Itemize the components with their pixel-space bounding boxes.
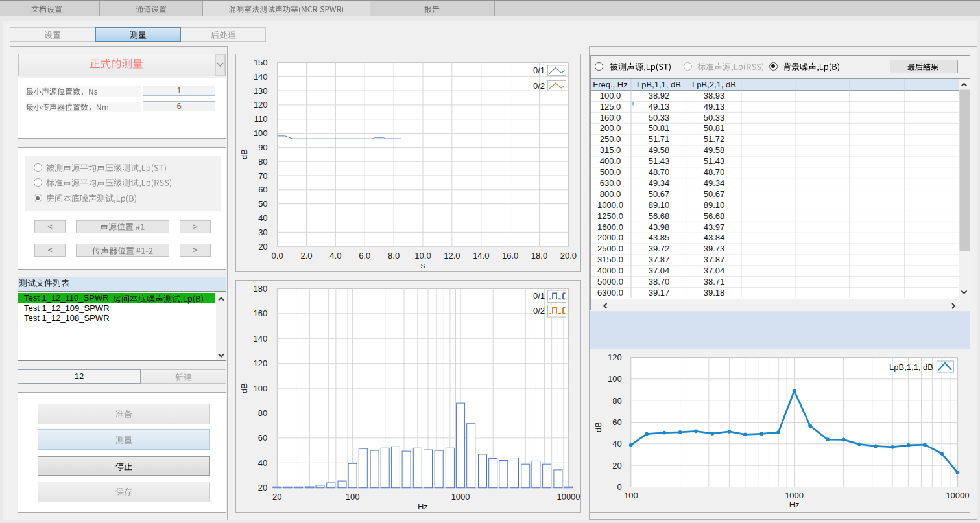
svg-text:0/1: 0/1 bbox=[533, 291, 545, 301]
svg-text:37.04: 37.04 bbox=[704, 266, 725, 275]
svg-text:80: 80 bbox=[612, 396, 621, 406]
svg-text:90: 90 bbox=[258, 143, 267, 152]
svg-text:Freq., Hz: Freq., Hz bbox=[593, 80, 627, 89]
svg-text:140: 140 bbox=[254, 72, 268, 82]
svg-text:630.0: 630.0 bbox=[600, 178, 621, 188]
svg-text:0.0: 0.0 bbox=[272, 251, 283, 261]
svg-text:3150.0: 3150.0 bbox=[597, 255, 623, 264]
svg-text:2500.0: 2500.0 bbox=[597, 244, 623, 253]
svg-text:14.0: 14.0 bbox=[473, 251, 489, 261]
svg-text:110: 110 bbox=[254, 114, 268, 124]
svg-text:1000: 1000 bbox=[451, 492, 470, 502]
svg-text:120: 120 bbox=[608, 353, 622, 362]
svg-text:37.87: 37.87 bbox=[649, 255, 670, 264]
svg-text:51.43: 51.43 bbox=[649, 156, 670, 166]
svg-text:250.0: 250.0 bbox=[600, 134, 621, 144]
svg-text:0: 0 bbox=[617, 482, 622, 492]
svg-text:6.0: 6.0 bbox=[359, 251, 370, 261]
svg-text:60: 60 bbox=[612, 417, 621, 427]
svg-text:1600.0: 1600.0 bbox=[597, 222, 623, 232]
svg-text:51.43: 51.43 bbox=[704, 156, 725, 166]
svg-text:16.0: 16.0 bbox=[502, 251, 518, 261]
svg-text:150: 150 bbox=[254, 58, 268, 67]
svg-text:315.0: 315.0 bbox=[600, 145, 621, 155]
svg-text:2.0: 2.0 bbox=[300, 251, 312, 261]
svg-text:10000: 10000 bbox=[946, 491, 969, 500]
svg-text:43.85: 43.85 bbox=[649, 233, 670, 242]
svg-text:160: 160 bbox=[254, 308, 268, 318]
svg-text:20: 20 bbox=[612, 461, 621, 471]
svg-text:38.92: 38.92 bbox=[649, 91, 670, 100]
svg-text:37.04: 37.04 bbox=[649, 266, 670, 275]
svg-text:dB: dB bbox=[239, 383, 249, 393]
svg-text:50.67: 50.67 bbox=[704, 189, 725, 199]
svg-text:0/2: 0/2 bbox=[533, 81, 545, 91]
svg-text:48.70: 48.70 bbox=[649, 167, 670, 177]
svg-text:1000.0: 1000.0 bbox=[597, 200, 623, 210]
svg-text:100: 100 bbox=[624, 491, 638, 500]
svg-text:50.81: 50.81 bbox=[649, 123, 670, 133]
svg-text:38.93: 38.93 bbox=[704, 91, 725, 100]
svg-text:0/2: 0/2 bbox=[533, 306, 545, 316]
svg-text:dB: dB bbox=[239, 149, 249, 159]
svg-text:49.13: 49.13 bbox=[649, 102, 670, 111]
svg-text:400.0: 400.0 bbox=[600, 156, 621, 166]
svg-text:125.0: 125.0 bbox=[600, 102, 621, 111]
svg-text:500.0: 500.0 bbox=[600, 167, 621, 177]
svg-text:50.33: 50.33 bbox=[704, 113, 725, 122]
svg-text:140: 140 bbox=[254, 334, 268, 343]
svg-text:12.0: 12.0 bbox=[444, 251, 460, 261]
svg-text:50.33: 50.33 bbox=[649, 113, 670, 122]
svg-text:89.10: 89.10 bbox=[704, 200, 725, 210]
svg-text:39.73: 39.73 bbox=[704, 244, 725, 253]
svg-text:56.68: 56.68 bbox=[704, 211, 725, 221]
svg-text:0/1: 0/1 bbox=[533, 65, 545, 75]
svg-text:49.34: 49.34 bbox=[704, 178, 725, 188]
svg-text:60: 60 bbox=[258, 185, 267, 194]
svg-text:180: 180 bbox=[254, 284, 268, 294]
svg-text:51.71: 51.71 bbox=[649, 134, 670, 144]
svg-text:50: 50 bbox=[258, 199, 267, 209]
svg-text:20: 20 bbox=[272, 492, 281, 502]
svg-text:49.58: 49.58 bbox=[649, 145, 670, 155]
svg-text:40: 40 bbox=[612, 439, 621, 448]
svg-text:2000.0: 2000.0 bbox=[597, 233, 623, 242]
svg-text:49.13: 49.13 bbox=[704, 102, 725, 111]
svg-text:18.0: 18.0 bbox=[531, 251, 547, 261]
svg-text:800.0: 800.0 bbox=[600, 189, 621, 199]
svg-text:LpB,1,1, dB: LpB,1,1, dB bbox=[637, 80, 681, 89]
svg-text:48.70: 48.70 bbox=[704, 167, 725, 177]
svg-text:120: 120 bbox=[254, 100, 268, 110]
svg-text:Hz: Hz bbox=[789, 500, 800, 509]
svg-text:49.34: 49.34 bbox=[649, 178, 670, 188]
svg-text:1250.0: 1250.0 bbox=[597, 211, 623, 221]
svg-text:40: 40 bbox=[258, 458, 267, 468]
svg-text:LpB,1,1, dB: LpB,1,1, dB bbox=[889, 362, 933, 372]
svg-text:43.98: 43.98 bbox=[649, 222, 670, 232]
svg-text:38.70: 38.70 bbox=[649, 277, 670, 286]
svg-text:89.10: 89.10 bbox=[649, 200, 670, 210]
svg-text:50.67: 50.67 bbox=[649, 189, 670, 199]
svg-text:70: 70 bbox=[258, 171, 267, 181]
svg-text:6300.0: 6300.0 bbox=[597, 288, 623, 297]
svg-text:43.84: 43.84 bbox=[704, 233, 725, 242]
svg-text:39.72: 39.72 bbox=[649, 244, 670, 253]
svg-text:Hz: Hz bbox=[418, 502, 428, 511]
svg-text:100: 100 bbox=[254, 128, 268, 138]
svg-text:60: 60 bbox=[258, 433, 267, 443]
svg-text:80: 80 bbox=[258, 408, 267, 418]
svg-text:1000: 1000 bbox=[785, 491, 804, 500]
svg-text:10.0: 10.0 bbox=[414, 251, 431, 261]
svg-text:40: 40 bbox=[258, 213, 267, 223]
svg-text:20: 20 bbox=[258, 242, 267, 251]
svg-text:39.18: 39.18 bbox=[704, 288, 725, 297]
svg-text:130: 130 bbox=[254, 86, 268, 96]
svg-text:s: s bbox=[421, 261, 425, 270]
svg-text:160.0: 160.0 bbox=[600, 113, 621, 122]
svg-text:100: 100 bbox=[254, 384, 268, 393]
svg-text:49.58: 49.58 bbox=[704, 145, 725, 155]
svg-text:4.0: 4.0 bbox=[329, 251, 341, 261]
svg-text:38.71: 38.71 bbox=[704, 277, 725, 286]
svg-text:120: 120 bbox=[254, 358, 268, 368]
svg-text:20.0: 20.0 bbox=[560, 251, 577, 261]
